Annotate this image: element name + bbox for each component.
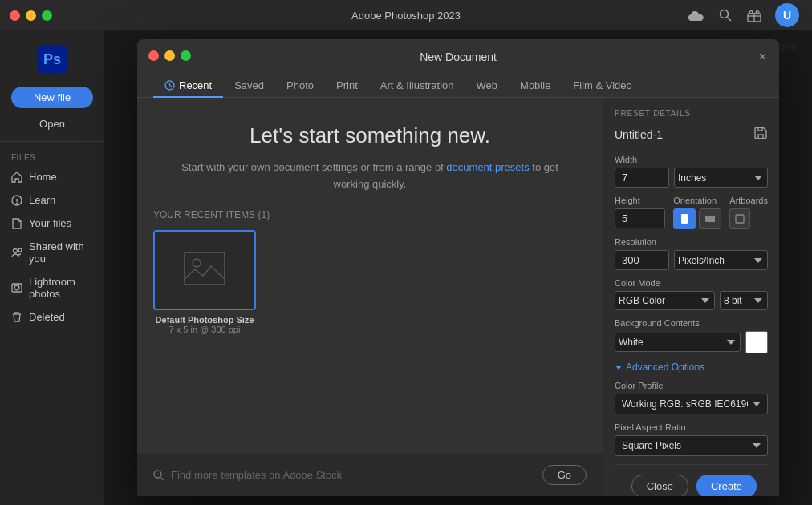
svg-rect-19 xyxy=(705,216,715,222)
height-input[interactable] xyxy=(615,208,665,228)
close-traffic-light[interactable] xyxy=(10,10,20,21)
portrait-button[interactable] xyxy=(673,208,696,229)
width-unit-select[interactable]: Inches Pixels Centimeters xyxy=(674,168,768,188)
tab-mobile[interactable]: Mobile xyxy=(509,75,562,98)
stock-search-input[interactable] xyxy=(171,469,536,481)
tab-art-illustration[interactable]: Art & Illustration xyxy=(369,75,465,98)
svg-point-6 xyxy=(17,203,18,204)
svg-rect-20 xyxy=(736,215,744,223)
sidebar-item-home[interactable]: Home xyxy=(0,165,104,188)
tab-print[interactable]: Print xyxy=(325,75,369,98)
cloud-icon[interactable] xyxy=(688,7,704,23)
svg-point-7 xyxy=(14,249,18,253)
modal-minimize-light[interactable] xyxy=(164,50,175,61)
svg-rect-18 xyxy=(681,214,688,224)
sidebar-item-your-files-label: Your files xyxy=(29,217,71,229)
content-area: stions New Document × xyxy=(104,30,812,505)
open-button[interactable]: Open xyxy=(0,115,104,133)
tab-saved[interactable]: Saved xyxy=(223,75,275,98)
modal-maximize-light[interactable] xyxy=(181,50,191,61)
modal-overlay: New Document × Recent Saved Photo Print … xyxy=(104,30,812,505)
sidebar-divider xyxy=(0,141,104,142)
chevron-down-icon xyxy=(615,365,623,370)
modal-traffic-lights xyxy=(148,50,191,61)
recent-item-name: Default Photoshop Size xyxy=(153,315,256,325)
modal-close-light[interactable] xyxy=(148,50,159,61)
sidebar-item-learn-label: Learn xyxy=(29,194,55,206)
save-preset-icon[interactable] xyxy=(753,126,768,143)
image-placeholder-icon xyxy=(181,248,229,292)
sidebar-item-lightroom[interactable]: Lightroom photos xyxy=(0,270,104,305)
modal-title: New Document xyxy=(420,50,497,63)
sidebar-item-learn[interactable]: Learn xyxy=(0,188,104,212)
home-icon xyxy=(11,172,22,183)
color-mode-select[interactable]: RGB Color CMYK Color Grayscale xyxy=(615,291,715,310)
pixel-aspect-select[interactable]: Square Pixels xyxy=(615,435,768,456)
sidebar: Ps New file Open FILES Home Learn Your f… xyxy=(0,30,104,505)
title-bar: Adobe Photoshop 2023 U xyxy=(0,0,812,30)
preset-name-row: Untitled-1 xyxy=(615,126,768,143)
modal-close-button[interactable]: × xyxy=(759,50,766,63)
svg-point-13 xyxy=(193,259,201,267)
sidebar-item-deleted-label: Deleted xyxy=(29,311,65,323)
svg-line-1 xyxy=(728,18,732,22)
lightroom-icon xyxy=(11,282,22,293)
modal-body: Let's start something new. Start with yo… xyxy=(137,98,779,496)
clock-icon xyxy=(164,80,175,91)
user-avatar[interactable]: U xyxy=(775,3,799,27)
go-button[interactable]: Go xyxy=(542,465,587,485)
recent-item-thumbnail xyxy=(153,230,256,310)
document-presets-link[interactable]: document presets xyxy=(446,161,529,173)
width-input[interactable] xyxy=(615,168,669,188)
tab-recent[interactable]: Recent xyxy=(153,75,223,98)
sidebar-item-shared-label: Shared with you xyxy=(29,240,93,265)
landscape-button[interactable] xyxy=(699,208,721,229)
svg-point-14 xyxy=(154,471,161,478)
artboards-checkbox[interactable] xyxy=(729,208,750,229)
new-document-modal: New Document × Recent Saved Photo Print … xyxy=(137,39,779,496)
svg-point-10 xyxy=(14,285,19,290)
new-file-button[interactable]: New file xyxy=(11,87,93,108)
close-button[interactable]: Close xyxy=(631,475,688,496)
recent-items-label: YOUR RECENT ITEMS (1) xyxy=(153,209,587,220)
width-label: Width xyxy=(615,155,768,164)
color-mode-label: Color Mode xyxy=(615,278,768,288)
maximize-traffic-light[interactable] xyxy=(42,10,52,21)
preset-details-label: PRESET DETAILS xyxy=(615,109,768,118)
resolution-unit-select[interactable]: Pixels/Inch Pixels/Cm xyxy=(674,250,768,270)
trash-icon xyxy=(11,312,22,323)
bg-contents-select[interactable]: White Black Transparent xyxy=(615,333,741,352)
sidebar-item-lightroom-label: Lightroom photos xyxy=(29,276,93,300)
gift-icon[interactable] xyxy=(746,7,762,23)
main-layout: Ps New file Open FILES Home Learn Your f… xyxy=(0,30,812,505)
color-depth-select[interactable]: 8 bit 16 bit 32 bit xyxy=(720,291,768,310)
modal-footer: Close Create xyxy=(615,464,768,496)
title-bar-right: U xyxy=(688,3,799,27)
tab-web[interactable]: Web xyxy=(465,75,510,98)
create-button[interactable]: Create xyxy=(696,475,757,496)
advanced-options-toggle[interactable]: Advanced Options xyxy=(615,362,768,373)
svg-line-15 xyxy=(161,477,164,480)
recent-item[interactable]: Default Photoshop Size 7 x 5 in @ 300 pp… xyxy=(153,230,256,334)
color-profile-select[interactable]: Working RGB: sRGB IEC61966-2.1 xyxy=(615,394,768,414)
modal-header: New Document × xyxy=(137,39,779,63)
search-icon[interactable] xyxy=(717,7,733,23)
sidebar-item-your-files[interactable]: Your files xyxy=(0,212,104,235)
resolution-label: Resolution xyxy=(615,237,768,247)
recent-items-section: YOUR RECENT ITEMS (1) xyxy=(137,209,603,334)
artboards-label: Artboards xyxy=(729,196,768,205)
tab-film-video[interactable]: Film & Video xyxy=(562,75,643,98)
minimize-traffic-light[interactable] xyxy=(26,10,36,21)
bg-contents-label: Background Contents xyxy=(615,318,768,328)
bg-contents-row: White Black Transparent xyxy=(615,331,768,354)
shared-icon xyxy=(11,247,22,258)
sidebar-item-deleted[interactable]: Deleted xyxy=(0,305,104,329)
resolution-row: Pixels/Inch Pixels/Cm xyxy=(615,250,768,270)
resolution-input[interactable] xyxy=(615,250,669,270)
tab-photo[interactable]: Photo xyxy=(275,75,325,98)
welcome-heading: Let's start something new. xyxy=(169,123,570,148)
bg-color-swatch[interactable] xyxy=(745,331,768,354)
svg-point-8 xyxy=(18,248,22,252)
sidebar-item-shared-with-you[interactable]: Shared with you xyxy=(0,235,104,270)
file-icon xyxy=(11,218,22,229)
